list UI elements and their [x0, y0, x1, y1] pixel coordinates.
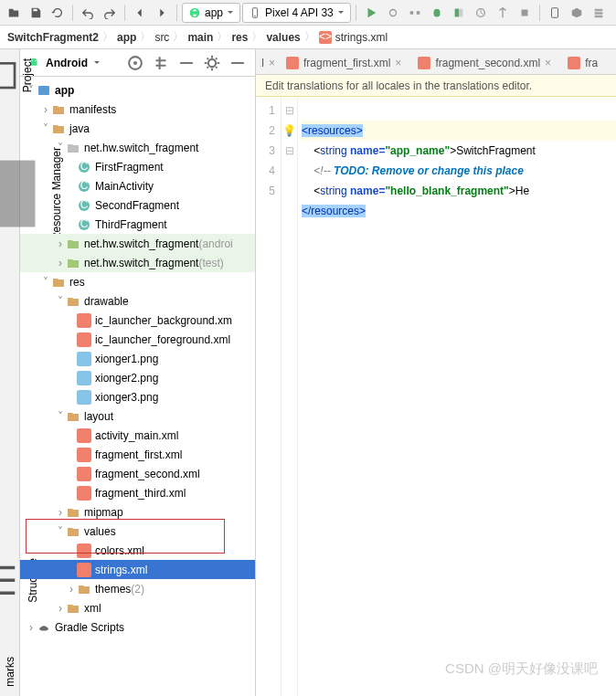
- bc-app[interactable]: app: [117, 31, 136, 44]
- tree-class[interactable]: CFirstFragment: [20, 157, 255, 176]
- tree-xml[interactable]: ›xml: [20, 598, 255, 617]
- tree-file[interactable]: ic_launcher_background.xm: [20, 311, 255, 330]
- tree-file[interactable]: xionger3.png: [20, 387, 255, 406]
- bc-root[interactable]: SwitchFragment2: [7, 31, 99, 44]
- tree-pkg-android-test[interactable]: ›net.hw.switch_fragment (androi: [20, 234, 255, 253]
- bulb-icon[interactable]: 💡: [281, 121, 297, 141]
- close-tab-icon[interactable]: ×: [545, 57, 551, 69]
- tree-file[interactable]: xionger1.png: [20, 349, 255, 368]
- svg-rect-33: [77, 543, 91, 558]
- gutter-icons: ⊟ 💡 ⊟: [281, 97, 298, 696]
- run-icon[interactable]: [361, 3, 381, 23]
- tree-file[interactable]: xionger2.png: [20, 368, 255, 387]
- fold-icon[interactable]: ⊟: [281, 141, 297, 161]
- tree-java[interactable]: ˅java: [20, 119, 255, 138]
- profile-icon[interactable]: [471, 3, 491, 23]
- svg-rect-37: [568, 57, 580, 69]
- tool-window-strip: Project Resource Manager Structure marks: [0, 49, 20, 696]
- xml-file-icon: <>: [319, 31, 332, 44]
- code-editor[interactable]: 12345 ⊟ 💡 ⊟ <resources> <string name="ap…: [256, 97, 616, 696]
- svg-point-2: [254, 15, 255, 16]
- apply-changes-icon[interactable]: [383, 3, 403, 23]
- svg-rect-35: [286, 57, 299, 69]
- translations-banner[interactable]: Edit translations for all locales in the…: [256, 75, 616, 97]
- tree-mipmap[interactable]: ›mipmap: [20, 502, 255, 522]
- run-config-selector[interactable]: app: [182, 3, 240, 23]
- svg-rect-15: [38, 86, 49, 95]
- open-icon[interactable]: [4, 3, 24, 23]
- back-icon[interactable]: [130, 3, 150, 23]
- svg-rect-30: [77, 448, 91, 462]
- project-sidebar: Android ˅app ›manifests ˅java ˅net.hw.sw…: [20, 49, 256, 696]
- svg-rect-24: [77, 313, 91, 328]
- tree-file[interactable]: activity_main.xml: [20, 426, 255, 445]
- expand-all-icon[interactable]: [151, 53, 171, 73]
- apply-code-icon[interactable]: [405, 3, 425, 23]
- tab-prev[interactable]: .l×: [260, 50, 278, 74]
- sync-icon[interactable]: [589, 3, 609, 23]
- svg-rect-8: [0, 63, 15, 88]
- settings-icon[interactable]: [202, 53, 222, 73]
- tab-fragment-first[interactable]: fragment_first.xml×: [278, 50, 409, 74]
- chevron-down-icon[interactable]: [93, 59, 101, 67]
- tab-fragment-second[interactable]: fragment_second.xml×: [409, 50, 559, 74]
- tree-res[interactable]: ˅res: [20, 272, 255, 291]
- project-tree: ˅app ›manifests ˅java ˅net.hw.switch_fra…: [20, 77, 255, 696]
- tree-layout[interactable]: ˅layout: [20, 406, 255, 426]
- collapse-icon[interactable]: [176, 53, 196, 73]
- tree-manifests[interactable]: ›manifests: [20, 100, 255, 119]
- bc-src[interactable]: src: [154, 31, 169, 44]
- bc-file[interactable]: strings.xml: [335, 31, 388, 44]
- select-file-icon[interactable]: [125, 53, 145, 73]
- tree-colors[interactable]: colors.xml: [20, 541, 255, 560]
- debug-icon[interactable]: [427, 3, 447, 23]
- bc-values[interactable]: values: [266, 31, 300, 44]
- editor-tabs: .l× fragment_first.xml× fragment_second.…: [256, 49, 616, 75]
- sdk-icon[interactable]: [567, 3, 587, 23]
- redo-icon[interactable]: [100, 3, 120, 23]
- tree-themes[interactable]: ›themes (2): [20, 579, 255, 598]
- tree-values[interactable]: ˅values: [20, 522, 255, 541]
- save-icon[interactable]: [26, 3, 46, 23]
- forward-icon[interactable]: [152, 3, 172, 23]
- svg-text:C: C: [80, 198, 89, 211]
- device-label: Pixel 4 API 33: [265, 6, 334, 19]
- tree-class[interactable]: CSecondFragment: [20, 195, 255, 215]
- attach-icon[interactable]: [493, 3, 513, 23]
- stop-icon[interactable]: [515, 3, 535, 23]
- undo-icon[interactable]: [78, 3, 98, 23]
- tree-pkg-test[interactable]: ›net.hw.switch_fragment (test): [20, 253, 255, 272]
- fold-icon[interactable]: ⊟: [281, 100, 297, 121]
- svg-point-11: [35, 59, 36, 60]
- tree-file[interactable]: fragment_third.xml: [20, 483, 255, 502]
- breadcrumb: SwitchFragment2 〉 app 〉 src 〉 main 〉 res…: [0, 26, 616, 49]
- coverage-icon[interactable]: [449, 3, 469, 23]
- device-selector[interactable]: Pixel 4 API 33: [242, 3, 351, 23]
- view-mode-label[interactable]: Android: [46, 57, 88, 69]
- tree-file[interactable]: ic_launcher_foreground.xml: [20, 330, 255, 349]
- tree-pkg1[interactable]: ˅net.hw.switch_fragment: [20, 138, 255, 157]
- bookmarks-tool-tab[interactable]: marks: [4, 657, 16, 687]
- code-content[interactable]: <resources> <string name="app_name">Swit…: [298, 97, 616, 696]
- tree-app[interactable]: ˅app: [20, 80, 255, 100]
- close-tab-icon[interactable]: ×: [395, 57, 401, 69]
- svg-rect-34: [77, 563, 91, 577]
- hide-icon[interactable]: [228, 53, 248, 73]
- project-view-header: Android: [20, 49, 255, 77]
- tree-file[interactable]: fragment_first.xml: [20, 445, 255, 464]
- tree-drawable[interactable]: ˅drawable: [20, 291, 255, 311]
- tree-file[interactable]: fragment_second.xml: [20, 464, 255, 483]
- bc-res[interactable]: res: [231, 31, 248, 44]
- refresh-icon[interactable]: [48, 3, 68, 23]
- avd-icon[interactable]: [545, 3, 565, 23]
- svg-rect-4: [521, 9, 527, 16]
- bc-main[interactable]: main: [187, 31, 213, 44]
- tree-strings-selected[interactable]: strings.xml: [20, 560, 255, 579]
- tree-class[interactable]: CMainActivity: [20, 176, 255, 195]
- svg-text:<>: <>: [319, 31, 332, 43]
- svg-point-13: [133, 60, 137, 64]
- tree-class[interactable]: CThirdFragment: [20, 215, 255, 234]
- svg-rect-29: [77, 428, 91, 443]
- tab-fragment-overflow[interactable]: fra: [559, 50, 606, 74]
- tree-gradle[interactable]: ›Gradle Scripts: [20, 617, 255, 637]
